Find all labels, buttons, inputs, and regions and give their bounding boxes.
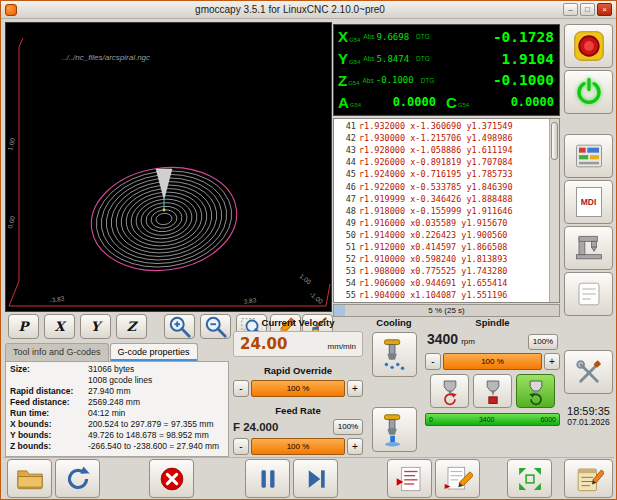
- gcode-line[interactable]: 44r1.926000 x-0.891819 y1.707084: [334, 156, 549, 168]
- clock: 18:59:35 07.01.2026: [561, 405, 616, 427]
- gcode-line[interactable]: 49r1.916000 x0.035589 y1.915670: [334, 217, 549, 229]
- rapid-override-frame: Rapid Override - 100 % +: [233, 365, 363, 397]
- gcode-line[interactable]: 41r1.932000 x-1.360690 y1.371549: [334, 120, 549, 132]
- zoom-out-button[interactable]: [200, 314, 231, 339]
- scrollbar-thumb[interactable]: [551, 122, 558, 160]
- spindle-override-slider[interactable]: 100 %: [443, 353, 542, 370]
- tab-gcode-properties[interactable]: G-code properties: [110, 343, 198, 361]
- rel-value: 0.0000: [393, 95, 446, 109]
- mdi-button[interactable]: MDI: [564, 180, 613, 224]
- gcode-list[interactable]: 41r1.932000 x-1.360690 y1.37154942r1.930…: [334, 119, 549, 302]
- tab-tool-info[interactable]: Tool info and G-codes: [5, 343, 109, 361]
- feed-plus-button[interactable]: +: [347, 438, 363, 455]
- edit-mode-button[interactable]: [564, 459, 613, 498]
- tool-page-button[interactable]: [564, 226, 613, 270]
- settings-icon: [574, 141, 604, 171]
- zoom-in-button[interactable]: [164, 314, 195, 339]
- gcode-line[interactable]: 47r1.919999 x-0.346426 y1.888488: [334, 193, 549, 205]
- gcode-line[interactable]: 51r1.912000 x0.414597 y1.866508: [334, 241, 549, 253]
- property-row: Z bounds:-266.540 to -238.600 = 27.940 m…: [10, 441, 224, 452]
- dro-axis-z[interactable]: Z G54 Abs -0.1000 DTG -0.1000: [338, 70, 554, 92]
- feed-reset-button[interactable]: 100%: [333, 419, 363, 435]
- run-from-line-button[interactable]: [387, 459, 432, 498]
- spindle-bar-min: 0: [429, 416, 433, 423]
- gcode-line[interactable]: 50r1.914000 x0.226423 y1.900560: [334, 229, 549, 241]
- gcode-line[interactable]: 45r1.924000 x-0.716195 y1.785733: [334, 168, 549, 180]
- axis-letter: X: [338, 29, 348, 44]
- mist-icon: [375, 336, 413, 374]
- mist-button[interactable]: [372, 332, 417, 377]
- feed-rate-frame: Feed Rate F 24.000 100% - 100 % +: [233, 405, 363, 455]
- spindle-rpm-unit: rpm: [461, 337, 475, 346]
- gcode-line[interactable]: 42r1.930000 x-1.215706 y1.498986: [334, 132, 549, 144]
- rel-value: -0.1000: [493, 72, 554, 88]
- window-controls: – □ ×: [563, 3, 612, 16]
- settings-button[interactable]: [564, 134, 613, 178]
- gcode-line[interactable]: 43r1.928000 x-1.058886 y1.611194: [334, 144, 549, 156]
- abs-value: 9.6698: [377, 32, 410, 42]
- view-z-button[interactable]: Z: [116, 314, 147, 339]
- gcode-scrollbar[interactable]: [549, 119, 559, 302]
- coord-system-label: G54: [348, 80, 359, 86]
- feed-override-slider[interactable]: 100 %: [251, 438, 345, 455]
- fullscreen-icon: [516, 465, 544, 493]
- folder-icon: [15, 466, 45, 492]
- property-row: X bounds:200.524 to 297.879 = 97.355 mm: [10, 419, 224, 430]
- zoom-out-icon: [203, 315, 229, 339]
- current-velocity-value: 24.00: [240, 335, 287, 353]
- stop-program-button[interactable]: [149, 459, 194, 498]
- gcode-line[interactable]: 54r1.906000 x0.944691 y1.655414: [334, 277, 549, 289]
- flood-button[interactable]: [372, 407, 417, 452]
- spindle-right-button[interactable]: [516, 374, 555, 408]
- edit-gcode-button[interactable]: [435, 459, 480, 498]
- spindle-minus-button[interactable]: -: [425, 353, 441, 370]
- step-program-button[interactable]: [293, 459, 338, 498]
- axis-dimension-labels: 1.00 0.00 -3.83 3.83 1.00 -1.00: [6, 137, 324, 305]
- view-x-button[interactable]: X: [44, 314, 75, 339]
- estop-button[interactable]: [564, 24, 613, 68]
- rapid-override-title: Rapid Override: [233, 365, 363, 377]
- open-file-button[interactable]: [7, 459, 52, 498]
- titlebar[interactable]: gmoccapy 3.5.1 for LinuxCNC 2.10.0~pre0 …: [1, 1, 616, 19]
- view-y-button[interactable]: Y: [80, 314, 111, 339]
- tools-settings-button[interactable]: [564, 350, 613, 394]
- gcode-line[interactable]: 48r1.918000 x-0.155999 y1.911646: [334, 205, 549, 217]
- machine-on-button[interactable]: [564, 70, 613, 114]
- spindle-reset-button[interactable]: 100%: [528, 334, 558, 350]
- edit-gcode-icon: [443, 464, 473, 494]
- dro-axis-ac[interactable]: A G54 0.0000 C G54 0.0000: [338, 91, 554, 113]
- power-icon: [574, 77, 604, 107]
- rapid-override-slider[interactable]: 100 %: [251, 380, 345, 397]
- pause-program-button[interactable]: [245, 459, 290, 498]
- coord-system-label: G54: [350, 102, 361, 108]
- gcode-line[interactable]: 53r1.908000 x0.775525 y1.743280: [334, 265, 549, 277]
- maximize-button[interactable]: □: [580, 3, 595, 16]
- gcode-line[interactable]: 46r1.922000 x-0.533785 y1.846390: [334, 180, 549, 192]
- fullscreen-button[interactable]: [507, 459, 552, 498]
- reload-icon: [64, 465, 92, 493]
- offset-page-button[interactable]: [564, 272, 613, 316]
- gcode-view: 41r1.932000 x-1.360690 y1.37154942r1.930…: [333, 118, 560, 303]
- rapid-minus-button[interactable]: -: [233, 380, 249, 397]
- stop-icon: [158, 465, 186, 493]
- dro-axis-x[interactable]: X G54 Abs 9.6698 DTG -0.1728: [338, 26, 554, 48]
- clock-date: 07.01.2026: [561, 417, 616, 427]
- minimize-button[interactable]: –: [563, 3, 578, 16]
- gcode-line[interactable]: 55r1.904000 x1.104087 y1.551196: [334, 289, 549, 301]
- svg-text:-1.00: -1.00: [308, 290, 324, 305]
- spindle-stop-button[interactable]: [473, 374, 512, 408]
- spindle-left-button[interactable]: [430, 374, 469, 408]
- view-perspective-button[interactable]: P: [8, 314, 39, 339]
- close-button[interactable]: ×: [597, 3, 612, 16]
- pause-icon: [255, 466, 281, 492]
- toolbar-separator: [3, 457, 614, 458]
- spindle-plus-button[interactable]: +: [544, 353, 560, 370]
- feed-minus-button[interactable]: -: [233, 438, 249, 455]
- dtg-label: DTG: [421, 77, 435, 84]
- rapid-plus-button[interactable]: +: [347, 380, 363, 397]
- gcode-line[interactable]: 52r1.910000 x0.598240 y1.813893: [334, 253, 549, 265]
- svg-text:1.00: 1.00: [298, 272, 313, 286]
- reload-file-button[interactable]: [55, 459, 100, 498]
- dro-axis-y[interactable]: Y G54 Abs 5.8474 DTG 1.9104: [338, 48, 554, 70]
- gremlin-preview[interactable]: ../../nc_files/arcspiral.ngc 1.00 0.00 -…: [5, 22, 332, 312]
